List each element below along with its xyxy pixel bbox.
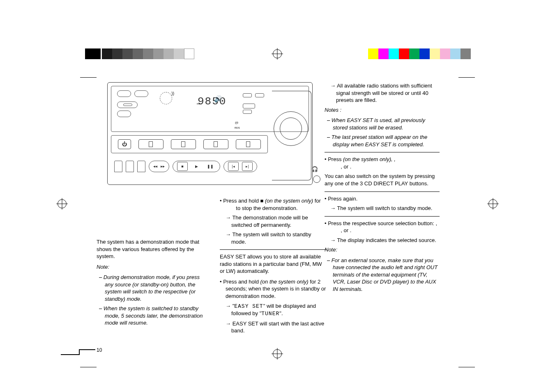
note-item: During demonstration mode, if you press … (97, 274, 203, 302)
column-3: All available radio stations with suffic… (325, 82, 440, 295)
corner-step-mark (61, 345, 85, 357)
section-divider (325, 152, 440, 152)
instruction-item: Press and hold (on the system only) for … (220, 278, 327, 300)
cassette-door-icon (126, 161, 134, 172)
crop-mark (458, 77, 475, 81)
note-item: When EASY SET is used, all previously st… (325, 117, 440, 131)
note-item: For an external source, make sure that y… (325, 257, 440, 293)
play-icon: ▶ (191, 162, 202, 171)
power-button-icon: ⏻ (118, 139, 131, 149)
next-icon: ▸| (242, 162, 253, 171)
skip-buttons: |◂ ▸| (223, 161, 257, 172)
cd-slot-icon (236, 139, 261, 149)
prev-icon: |◂ (228, 162, 239, 171)
volume-knob-area: 🎧 (279, 95, 320, 177)
page-content: )) ═ 9850 🔊 ♾RDS ⏻ ◂◂▸▸ (97, 82, 475, 351)
switch-on-text: You can also switch on the system by pre… (325, 173, 440, 187)
demo-intro-text: The system has a demonstration mode that… (97, 238, 203, 260)
cassette-door-icon (137, 161, 145, 172)
result-item: "EASY SET" will be displayed and followe… (220, 302, 327, 318)
column-2: Press and hold ■ (on the system only) fo… (220, 197, 327, 337)
result-item: All available radio stations with suffic… (325, 82, 440, 104)
section-divider (325, 191, 440, 192)
result-item: The system will switch to standby mode. (220, 231, 327, 245)
page-number: 10 (97, 347, 102, 353)
result-item: The display indicates the selected sourc… (325, 237, 440, 244)
jack-icon (313, 175, 320, 183)
instruction-item: Press and hold ■ (on the system only) fo… (220, 197, 327, 212)
registration-mark-icon (488, 199, 497, 208)
crop-mark (80, 77, 97, 81)
notes-label: Notes : (325, 106, 440, 114)
device-illustration: )) ═ 9850 🔊 ♾RDS ⏻ ◂◂▸▸ (107, 82, 313, 185)
instruction-item: Press (on the system only), , , or . (325, 156, 440, 170)
stop-symbol-icon: ■ (260, 198, 264, 204)
note-item: When the system is switched to standby m… (97, 305, 203, 327)
crop-mark (80, 363, 97, 367)
registration-mark-icon (58, 199, 67, 208)
column-1: The system has a demonstration mode that… (97, 238, 203, 329)
registration-mark-icon (273, 49, 282, 58)
transport-buttons: ■ ▶ ❚❚ (173, 161, 220, 172)
section-divider (325, 216, 440, 217)
instruction-item: Press the respective source selection bu… (325, 220, 440, 234)
note-item: The last preset station will appear on t… (325, 134, 440, 148)
cd-slot-icon (203, 139, 228, 149)
cassette-door-icon (114, 161, 122, 172)
easyset-intro: EASY SET allows you to store all availab… (220, 253, 327, 275)
device-source-row: ⏻ (111, 135, 268, 153)
section-divider (220, 249, 327, 250)
device-transport-row: ◂◂▸▸ ■ ▶ ❚❚ |◂ ▸| (111, 157, 268, 175)
color-bar (368, 48, 471, 59)
result-item: EASY SET will start with the last active… (220, 320, 327, 334)
result-item: The system will switch to standby mode. (325, 205, 440, 212)
stop-icon: ■ (177, 162, 188, 171)
instruction-item: Press again. (325, 195, 440, 203)
seek-buttons: ◂◂▸▸ (149, 161, 169, 172)
crop-mark (458, 363, 475, 367)
result-item: The demonstration mode will be switched … (220, 214, 327, 228)
note-label: Note: (325, 246, 440, 254)
grayscale-ramp (102, 48, 194, 59)
headphone-icon: 🎧 (311, 166, 318, 173)
volume-knob-inner (280, 118, 302, 140)
black-chip (85, 48, 101, 59)
printer-marks-top (0, 48, 555, 65)
cd-slot-icon (138, 139, 164, 149)
pause-icon: ❚❚ (205, 162, 216, 171)
note-label: Note: (97, 263, 203, 271)
cd-slot-icon (171, 139, 196, 149)
